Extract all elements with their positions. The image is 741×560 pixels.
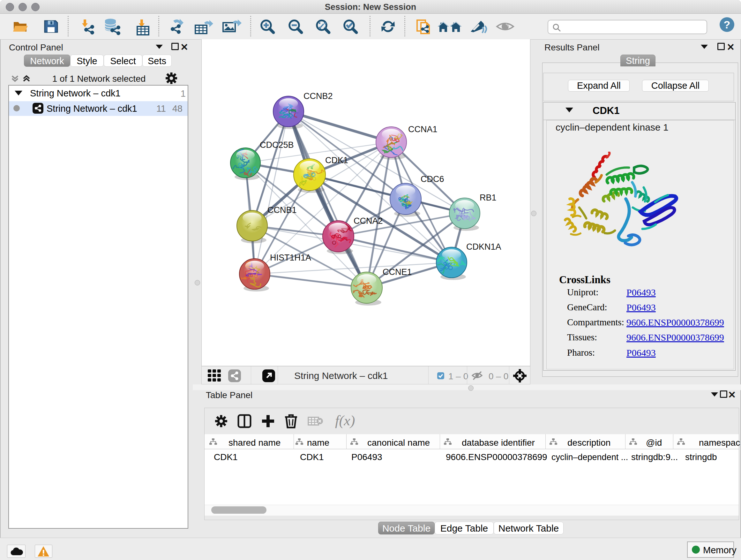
svg-text:RB1: RB1	[480, 193, 496, 202]
svg-text:CDKN1A: CDKN1A	[466, 242, 501, 252]
svg-text:CCNA1: CCNA1	[408, 125, 437, 134]
svg-text:CCNE1: CCNE1	[383, 267, 412, 277]
svg-text:CCNB2: CCNB2	[304, 91, 333, 101]
svg-text:CCNB1: CCNB1	[267, 205, 297, 215]
svg-text:CDK1: CDK1	[325, 155, 348, 165]
svg-text:CDC6: CDC6	[421, 174, 444, 184]
svg-text:HIST1H1A: HIST1H1A	[270, 253, 311, 262]
svg-text:CDC25B: CDC25B	[260, 140, 294, 150]
svg-text:CCNA2: CCNA2	[354, 216, 383, 226]
svg-text:f(x): f(x)	[335, 413, 355, 428]
